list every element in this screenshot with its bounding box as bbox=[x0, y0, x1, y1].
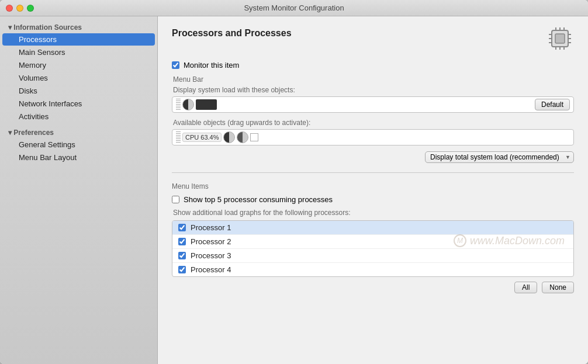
top5-checkbox-row: Show top 5 processor consuming processes bbox=[172, 195, 574, 204]
minimize-button[interactable] bbox=[16, 5, 23, 12]
processor-4-label: Processor 4 bbox=[191, 265, 231, 274]
preferences-header: ▾ Preferences bbox=[0, 126, 157, 138]
processor-list-item-3[interactable]: Processor 3 bbox=[172, 249, 573, 263]
maximize-button[interactable] bbox=[27, 5, 34, 12]
close-button[interactable] bbox=[6, 5, 13, 12]
monitor-checkbox[interactable] bbox=[172, 61, 179, 69]
divider bbox=[172, 172, 574, 173]
info-sources-header: ▾ Information Sources bbox=[0, 21, 157, 33]
system-load-bar: Default bbox=[172, 96, 574, 113]
load-display-dropdown[interactable]: Display total system load (recommended)D… bbox=[425, 151, 574, 163]
empty-square-icon bbox=[250, 133, 258, 141]
svg-rect-1 bbox=[555, 34, 565, 43]
sidebar-item-activities[interactable]: Activities bbox=[2, 110, 155, 123]
watermark-text: www.MacDown.com bbox=[470, 235, 565, 247]
window-controls bbox=[6, 5, 34, 12]
panel-title-text: Processors and Processes bbox=[172, 28, 292, 39]
processor-list: Processor 1 Processor 2 Processor 3 Proc… bbox=[172, 220, 574, 277]
available-objects-bar: CPU 63.4% bbox=[172, 129, 574, 145]
processor-list-item-4[interactable]: Processor 4 bbox=[172, 263, 573, 276]
available-objects-label: Available objects (drag upwards to activ… bbox=[173, 119, 574, 127]
half-dark-icon-1 bbox=[182, 99, 194, 110]
processor-1-checkbox[interactable] bbox=[178, 224, 186, 231]
processor-2-label: Processor 2 bbox=[191, 237, 231, 246]
processor-list-item-1[interactable]: Processor 1 bbox=[172, 221, 573, 235]
processor-3-checkbox[interactable] bbox=[178, 252, 186, 259]
display-system-load-label: Display system load with these objects: bbox=[173, 86, 574, 94]
sidebar-item-menu-bar-layout[interactable]: Menu Bar Layout bbox=[2, 151, 155, 164]
panel-header: Processors and Processes bbox=[172, 28, 574, 53]
top5-label[interactable]: Show top 5 processor consuming processes bbox=[184, 195, 333, 204]
all-none-row: All None bbox=[172, 282, 574, 293]
watermark: M www.MacDown.com bbox=[454, 234, 565, 247]
dropdown-wrapper[interactable]: Display total system load (recommended)D… bbox=[425, 151, 574, 163]
system-load-bar-inner bbox=[176, 99, 532, 110]
sidebar-item-processors[interactable]: Processors bbox=[2, 33, 155, 46]
dark-rect-1 bbox=[196, 99, 217, 110]
all-button[interactable]: All bbox=[514, 282, 537, 293]
app-window: System Monitor Configuration ▾ Informati… bbox=[0, 0, 588, 364]
monitor-label[interactable]: Monitor this item bbox=[184, 61, 239, 70]
sidebar-item-memory[interactable]: Memory bbox=[2, 59, 155, 71]
cpu-badge: CPU 63.4% bbox=[182, 133, 222, 142]
bar-handle-2[interactable] bbox=[176, 131, 181, 143]
main-content: ▾ Information Sources Processors Main Se… bbox=[0, 16, 588, 364]
bar-handle-1[interactable] bbox=[176, 99, 181, 110]
menu-items-section-label: Menu Items bbox=[172, 182, 574, 190]
sidebar-item-volumes[interactable]: Volumes bbox=[2, 72, 155, 84]
none-button[interactable]: None bbox=[542, 282, 574, 293]
window-title: System Monitor Configuration bbox=[244, 4, 344, 12]
top5-checkbox[interactable] bbox=[172, 196, 179, 203]
processor-1-label: Processor 1 bbox=[191, 223, 231, 232]
default-button[interactable]: Default bbox=[535, 99, 570, 110]
show-additional-label: Show additional load graphs for the foll… bbox=[173, 209, 574, 217]
dropdown-row: Display total system load (recommended)D… bbox=[172, 151, 574, 163]
titlebar: System Monitor Configuration bbox=[0, 0, 588, 16]
main-panel: Processors and Processes bbox=[158, 16, 588, 364]
watermark-icon: M bbox=[454, 234, 466, 247]
processor-3-label: Processor 3 bbox=[191, 251, 231, 260]
half-dark-icon-3 bbox=[237, 131, 248, 143]
half-dark-icon-2 bbox=[223, 131, 235, 143]
sidebar: ▾ Information Sources Processors Main Se… bbox=[0, 16, 158, 364]
sidebar-item-disks[interactable]: Disks bbox=[2, 85, 155, 97]
menu-bar-section-label: Menu Bar bbox=[173, 75, 574, 84]
monitor-checkbox-row: Monitor this item bbox=[172, 61, 574, 70]
processor-4-checkbox[interactable] bbox=[178, 266, 186, 273]
sidebar-item-main-sensors[interactable]: Main Sensors bbox=[2, 46, 155, 58]
sidebar-item-network-interfaces[interactable]: Network Interfaces bbox=[2, 98, 155, 110]
chip-icon bbox=[546, 25, 574, 53]
sidebar-item-general-settings[interactable]: General Settings bbox=[2, 138, 155, 151]
processor-2-checkbox[interactable] bbox=[178, 238, 186, 245]
available-objects-bar-inner: CPU 63.4% bbox=[176, 131, 570, 143]
